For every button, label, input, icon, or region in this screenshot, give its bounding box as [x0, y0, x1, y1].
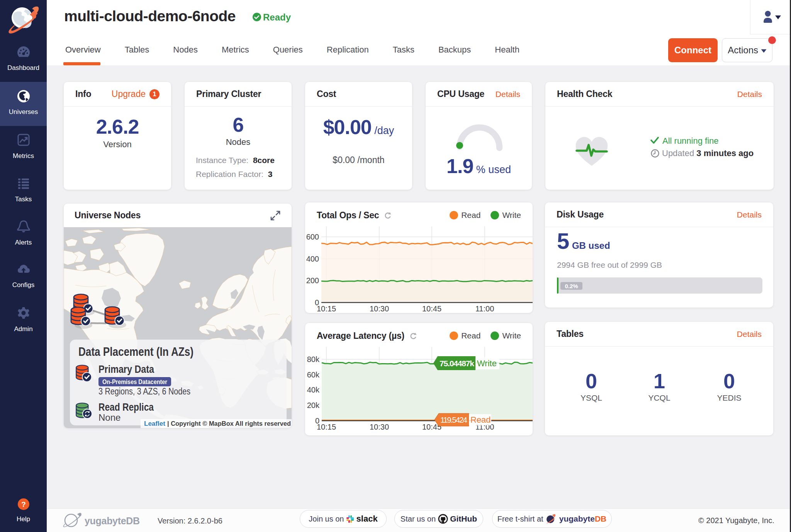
- svg-text:| Copyright © MapBox All right: | Copyright © MapBox All rights reserved: [167, 420, 291, 427]
- svg-text:Leaflet: Leaflet: [144, 420, 165, 427]
- svg-text:10:30: 10:30: [370, 423, 389, 431]
- svg-text:119.5424: 119.5424: [440, 415, 467, 424]
- svg-text:Read: Read: [470, 415, 491, 425]
- svg-text:None: None: [98, 412, 121, 423]
- svg-text:10:30: 10:30: [370, 304, 389, 313]
- svg-text:10:15: 10:15: [317, 423, 336, 431]
- svg-text:Read Replica: Read Replica: [98, 401, 154, 413]
- svg-text:11:00: 11:00: [475, 304, 494, 313]
- svg-text:200: 200: [306, 276, 319, 285]
- svg-text:10:15: 10:15: [317, 304, 336, 313]
- svg-text:40k: 40k: [307, 386, 320, 394]
- svg-text:60k: 60k: [307, 371, 320, 379]
- svg-text:3 Regions, 3 AZS, 6 Nodes: 3 Regions, 3 AZS, 6 Nodes: [98, 386, 190, 396]
- svg-text:?: ?: [21, 500, 26, 508]
- svg-text:20k: 20k: [307, 401, 320, 410]
- svg-text:75.04487k: 75.04487k: [440, 359, 474, 368]
- svg-text:Primary Data: Primary Data: [98, 363, 154, 375]
- svg-text:Write: Write: [477, 359, 497, 368]
- svg-text:600: 600: [306, 233, 319, 241]
- svg-text:400: 400: [306, 255, 319, 263]
- svg-text:80k: 80k: [307, 355, 320, 364]
- svg-text:Data Placement (In AZs): Data Placement (In AZs): [78, 345, 194, 359]
- svg-text:On-Premises Datacenter: On-Premises Datacenter: [102, 378, 167, 386]
- svg-text:10:45: 10:45: [422, 304, 441, 313]
